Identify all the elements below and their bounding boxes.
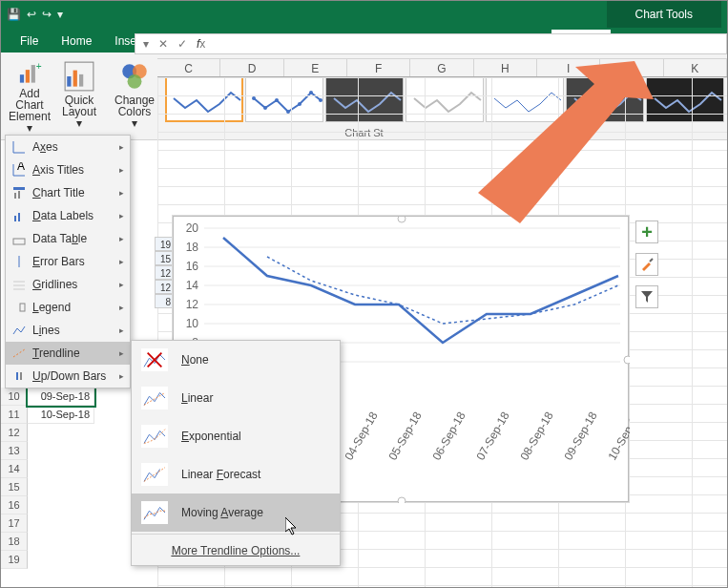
menu-lines[interactable]: Lines▸ [6,319,130,342]
row-11[interactable]: 11 [1,406,28,424]
svg-line-32 [144,468,165,482]
trendline-linear-icon [141,387,168,410]
svg-rect-27 [16,372,18,380]
svg-line-60 [650,259,653,262]
svg-text:A: A [17,162,25,173]
menu-error-bars[interactable]: Error Bars▸ [6,250,130,273]
svg-marker-61 [478,61,654,223]
menu-data-labels[interactable]: Data Labels▸ [6,204,130,227]
tab-home[interactable]: Home [50,30,103,52]
trendline-exponential[interactable]: Exponential [132,417,340,455]
svg-text:04-Sep-18: 04-Sep-18 [342,410,380,463]
row-headers[interactable]: 10 11 12 13 14 15 16 17 18 19 [1,388,28,569]
chart-title-icon [11,185,27,200]
col-k[interactable]: K [664,59,727,76]
svg-point-10 [128,74,142,89]
trendline-linear-forecast[interactable]: Linear Forecast [132,455,340,494]
row-19[interactable]: 19 [1,551,28,569]
cell-a11[interactable]: 10-Sep-18 [28,406,94,424]
row-18[interactable]: 18 [1,533,28,551]
cell-b5[interactable]: 12 [155,280,174,294]
col-d[interactable]: D [220,59,283,76]
save-icon[interactable]: 💾 [7,8,21,21]
menu-axes[interactable]: Axes▸ [6,136,130,158]
row-14[interactable]: 14 [1,460,28,478]
trendline-moving-avg-icon [141,501,168,524]
date-cells[interactable]: 09-Sep-18 10-Sep-18 [28,388,94,424]
chart-brush-button[interactable] [635,253,658,276]
add-chart-element-button[interactable]: + Add Chart Element ▾ [5,55,54,136]
menu-chart-title[interactable]: Chart Title▸ [6,181,130,204]
more-trendline-options[interactable]: More Trendline Options... [132,536,340,565]
value-cells[interactable]: 19 15 12 12 8 [155,237,174,308]
svg-point-59 [624,356,630,364]
svg-rect-7 [79,74,83,87]
col-e[interactable]: E [284,59,347,76]
cursor-icon [285,517,301,536]
menu-legend[interactable]: Legend▸ [6,296,130,319]
row-17[interactable]: 17 [1,514,28,533]
row-10[interactable]: 10 [1,388,28,406]
trendline-none[interactable]: None [132,341,340,379]
cell-b6[interactable]: 8 [155,294,174,308]
svg-text:16: 16 [186,260,199,273]
svg-rect-28 [20,372,22,380]
svg-text:10: 10 [186,317,199,330]
tab-file[interactable]: File [9,30,50,52]
gridlines-icon [11,277,27,292]
change-colors-icon [118,60,151,93]
add-chart-element-menu: Axes▸ AAxis Titles▸ Chart Title▸ Data La… [5,135,131,388]
row-13[interactable]: 13 [1,442,28,460]
formula-bar[interactable]: ▾ ✕ ✓ fx [135,33,727,54]
svg-text:18: 18 [186,241,199,254]
namebox-dropdown-icon[interactable]: ▾ [143,37,149,51]
trendline-exponential-icon [141,425,168,448]
cell-b3[interactable]: 15 [155,251,174,265]
chevron-right-icon: ▸ [119,142,124,152]
brush-icon [639,257,655,272]
change-colors-button[interactable]: Change Colors ▾ [110,55,159,136]
title-bar: 💾 ↩ ↪ ▾ Chart Tools [1,1,727,28]
svg-rect-0 [20,74,24,82]
fx-icon[interactable]: fx [197,37,205,51]
quick-layout-button[interactable]: Quick Layout ▾ [54,55,104,136]
svg-rect-6 [73,71,77,87]
trendline-forecast-icon [141,463,168,486]
chart-tools-context-tab: Chart Tools [607,1,721,28]
trendline-moving-average[interactable]: Moving Average [132,494,340,532]
cancel-icon[interactable]: ✕ [158,37,168,51]
enter-icon[interactable]: ✓ [177,37,187,51]
trendline-linear[interactable]: Linear [132,379,340,417]
row-15[interactable]: 15 [1,478,28,496]
row-16[interactable]: 16 [1,496,28,514]
svg-text:20: 20 [186,221,199,235]
quick-access-toolbar: 💾 ↩ ↪ ▾ [7,8,63,21]
svg-rect-2 [31,65,35,83]
menu-axis-titles[interactable]: AAxis Titles▸ [6,158,130,181]
svg-point-57 [398,497,406,503]
chart-filter-button[interactable] [635,285,658,308]
cell-b2[interactable]: 19 [155,237,174,251]
menu-data-table[interactable]: Data Table▸ [6,227,130,250]
menu-trendline[interactable]: Trendline▸ [6,342,130,365]
trendline-submenu: None Linear Exponential Linear Forecast … [131,340,341,566]
redo-icon[interactable]: ↪ [42,8,52,21]
cell-b4[interactable]: 12 [155,265,174,280]
svg-text:05-Sep-18: 05-Sep-18 [385,410,424,463]
row-12[interactable]: 12 [1,424,28,442]
svg-text:+: + [36,61,42,72]
menu-updown-bars[interactable]: Up/Down Bars▸ [6,365,130,388]
legend-icon [11,300,27,315]
trendline-icon [11,346,27,361]
axis-titles-icon: A [11,162,27,178]
annotation-arrow [386,61,654,242]
svg-rect-19 [13,187,25,190]
chart-series-data[interactable] [223,238,618,343]
data-labels-icon [11,208,27,223]
undo-icon[interactable]: ↩ [27,8,36,21]
col-c[interactable]: C [157,59,220,76]
svg-text:09-Sep-18: 09-Sep-18 [561,410,599,463]
cell-a10[interactable]: 09-Sep-18 [28,388,94,406]
menu-gridlines[interactable]: Gridlines▸ [6,273,130,296]
qat-more-icon[interactable]: ▾ [57,8,63,21]
